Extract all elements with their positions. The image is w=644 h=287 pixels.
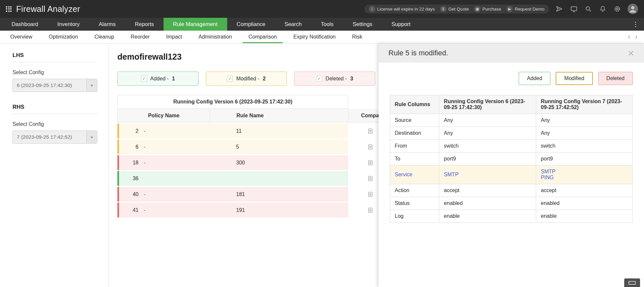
license-expiry-badge[interactable]: i License will expire in 22 days	[369, 6, 435, 12]
policy-dash: -	[144, 128, 145, 134]
checkbox-checked-icon[interactable]	[316, 76, 322, 82]
nav-dashboard[interactable]: Dashboard	[2, 18, 48, 31]
chat-icon	[629, 281, 636, 285]
compare-icon[interactable]	[367, 144, 373, 150]
table-row: Source Any Any	[390, 114, 633, 127]
policy-name: 2	[129, 128, 138, 134]
subnav-pager: ‹ ›	[628, 31, 644, 43]
policy-name-column-header: Policy Name	[118, 109, 210, 122]
subnav-optimization[interactable]: Optimization	[41, 31, 86, 43]
user-avatar[interactable]	[628, 4, 638, 14]
checkbox-checked-icon[interactable]	[141, 76, 147, 82]
rhs-config-select[interactable]: 7 (2023-09-25 17:42:52) ▾	[13, 130, 97, 144]
version7-header: Running Config Version 7 (2023-09-25 17:…	[536, 95, 633, 114]
rule-detail-filter-buttons: Added Modified Deleted	[390, 72, 633, 85]
chevron-down-icon[interactable]: ▾	[86, 131, 97, 143]
rule-column-label: To	[390, 153, 439, 165]
rule-detail-panel-body: Added Modified Deleted Rule Columns Runn…	[379, 63, 644, 223]
nav-search[interactable]: Search	[275, 18, 311, 31]
subnav-expiry-notification[interactable]: Expiry Notification	[285, 31, 344, 43]
v6-service-value[interactable]: SMTP	[439, 165, 536, 184]
get-quote-button[interactable]: $ Get Quote	[440, 6, 469, 12]
subnav-comparison[interactable]: Comparison	[240, 31, 285, 43]
nav-alarms[interactable]: Alarms	[89, 18, 125, 31]
main-nav: Dashboard Inventory Alarms Reports Rule …	[0, 18, 644, 31]
rule-column-label: From	[390, 140, 439, 153]
rule-name: 11	[210, 124, 348, 138]
rule-detail-panel: Rule 5 is modified. × Added Modified Del…	[379, 43, 644, 287]
table-row: Status enabled enabled	[390, 197, 633, 210]
service-link[interactable]: Service	[390, 165, 439, 184]
rule-name-column-header: Rule Name	[210, 109, 349, 122]
search-icon[interactable]	[584, 5, 593, 13]
getting-started-rocket-icon[interactable]	[555, 5, 564, 13]
chevron-down-icon[interactable]: ▾	[86, 79, 97, 92]
chat-widget-button[interactable]	[624, 278, 640, 287]
demo-monitor-icon[interactable]	[569, 5, 578, 13]
apps-grid-icon[interactable]	[6, 6, 12, 12]
policy-name: 18	[129, 160, 138, 166]
lhs-heading: LHS	[13, 52, 97, 62]
request-demo-button[interactable]: ▶ Request Demo	[506, 6, 544, 12]
subnav-overview[interactable]: Overview	[2, 31, 41, 43]
policy-name: 36	[129, 176, 138, 182]
nav-reports[interactable]: Reports	[125, 18, 164, 31]
v7-value: enabled	[536, 197, 633, 210]
purchase-button[interactable]: ▣ Purchase	[474, 6, 501, 12]
close-icon[interactable]: ×	[628, 48, 634, 58]
subnav-impact[interactable]: Impact	[158, 31, 190, 43]
rule-column-label: Log	[390, 210, 439, 223]
topbar-actions: i License will expire in 22 days $ Get Q…	[364, 4, 638, 14]
request-demo-label: Request Demo	[515, 7, 544, 12]
policy-dash: -	[144, 191, 145, 197]
subnav-cleanup[interactable]: Cleanup	[86, 31, 123, 43]
version6-header: Running Config Version 6 (2023-09-25 17:…	[439, 95, 536, 114]
compare-icon[interactable]	[367, 207, 373, 213]
nav-rule-management[interactable]: Rule Management	[164, 18, 227, 31]
subnav-administration[interactable]: Administration	[190, 31, 240, 43]
policy-dash: -	[144, 207, 145, 213]
policy-name: 6	[129, 144, 138, 150]
nav-overflow-icon[interactable]: ⋮	[627, 18, 644, 31]
rule-column-label: Status	[390, 197, 439, 210]
v6-value: enable	[439, 210, 536, 223]
table-row: Action accept accept	[390, 184, 633, 197]
checkbox-checked-icon[interactable]	[227, 76, 233, 82]
filter-deleted[interactable]: Deleted - 3	[294, 72, 375, 86]
table-row: Destination Any Any	[390, 127, 633, 140]
app-header: Firewall Analyzer i License will expire …	[0, 0, 644, 18]
compare-icon[interactable]	[367, 176, 373, 182]
rule-modified-title: Rule 5 is modified.	[388, 49, 448, 57]
subnav-risk[interactable]: Risk	[344, 31, 371, 43]
nav-support[interactable]: Support	[382, 18, 420, 31]
nav-settings[interactable]: Settings	[343, 18, 382, 31]
filter-added[interactable]: Added - 1	[117, 72, 199, 86]
nav-inventory[interactable]: Inventory	[48, 18, 89, 31]
v7-service-value[interactable]: SMTP PING	[536, 165, 633, 184]
lhs-select-config-label: Select Config	[13, 70, 97, 75]
compare-icon[interactable]	[367, 191, 373, 197]
table-row: Log enable enable	[390, 210, 633, 223]
v7-value: accept	[536, 184, 633, 197]
nav-compliance[interactable]: Compliance	[227, 18, 275, 31]
rule-name: 5	[210, 139, 348, 154]
lhs-config-select[interactable]: 6 (2023-09-25 17:42:30) ▾	[13, 79, 97, 92]
settings-gear-icon[interactable]	[613, 5, 622, 13]
filter-added-label: Added -	[150, 76, 169, 82]
v7-value: Any	[536, 127, 633, 140]
compare-icon[interactable]	[367, 160, 373, 166]
chevron-right-icon[interactable]: ›	[635, 33, 637, 41]
modified-button[interactable]: Modified	[556, 72, 593, 85]
subnav-reorder[interactable]: Reorder	[122, 31, 158, 43]
v6-value: switch	[439, 140, 536, 153]
rule-column-label: Source	[390, 114, 439, 127]
chevron-left-icon[interactable]: ‹	[628, 33, 630, 41]
added-button[interactable]: Added	[519, 72, 550, 85]
deleted-button[interactable]: Deleted	[598, 72, 633, 85]
compare-icon[interactable]	[367, 128, 373, 134]
filter-modified[interactable]: Modified - 2	[206, 72, 287, 86]
nav-tools[interactable]: Tools	[311, 18, 343, 31]
dollar-icon: $	[440, 6, 446, 12]
notifications-bell-icon[interactable]	[598, 5, 607, 13]
filter-modified-label: Modified -	[236, 76, 259, 82]
